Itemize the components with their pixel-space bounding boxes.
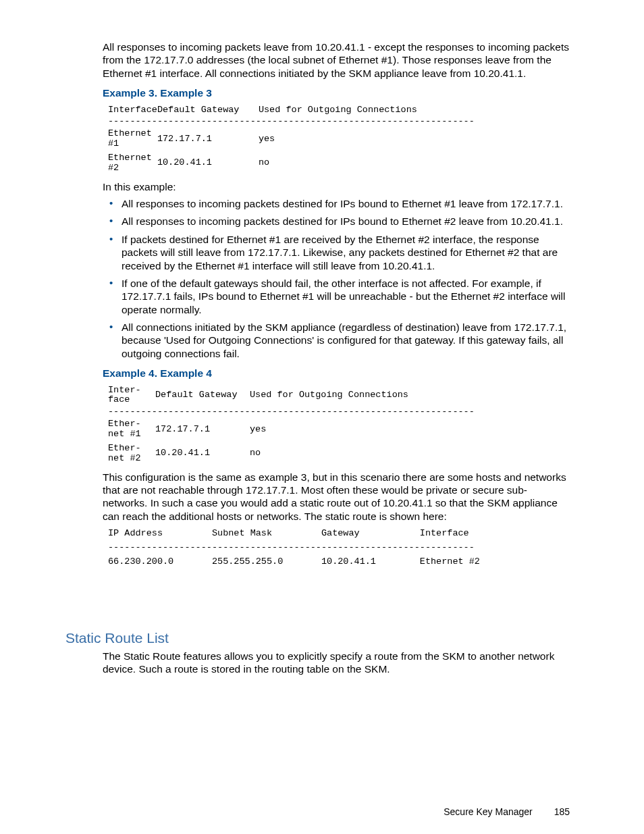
cell-gateway: 172.17.7.1 [155,419,250,440]
col-outgoing: Used for Outgoing Connections [259,105,475,115]
cell-gateway: 10.20.41.1 [155,444,250,464]
iface-line1: Ether- [108,419,141,429]
iface-line2: net #1 [108,429,141,439]
page: All responses to incoming packets leave … [0,0,644,834]
table-row: Ethernet#2 10.20.41.1 no [108,153,475,174]
list-item: All responses to incoming packets destin… [103,215,570,228]
example-4-table: Inter-face Default Gateway Used for Outg… [108,386,475,464]
table-row: Ether-net #2 10.20.41.1 no [108,444,475,464]
iface-line1: Ethernet [108,128,152,138]
cell-outgoing: no [259,153,475,174]
col-default-gateway: Default Gateway [157,105,259,115]
iface-line2: net #2 [108,453,141,463]
in-this-example-label: In this example: [103,180,570,193]
table-separator: ----------------------------------------… [108,115,475,129]
iface-line1: Ether- [108,443,141,453]
static-route-code-block: IP Address Subnet Mask Gateway Interface… [108,527,570,569]
iface-line2: #1 [108,138,119,149]
footer-title: Secure Key Manager [444,806,533,817]
table-header-row: Interface Default Gateway Used for Outgo… [108,105,475,115]
cell-outgoing: yes [250,419,475,440]
example-4-paragraph: This configuration is the same as exampl… [103,471,570,523]
cell-outgoing: no [250,444,475,464]
list-item: If one of the default gateways should fa… [103,277,570,316]
cell-gateway: 172.17.7.1 [157,129,259,149]
cell-outgoing: yes [259,129,475,149]
cell-gateway: 10.20.41.1 [157,153,259,174]
sep-line: ----------------------------------------… [108,405,475,419]
iface-line1: Inter- [108,385,141,395]
static-route-body: The Static Route features allows you to … [103,650,570,680]
body-column: All responses to incoming packets leave … [103,41,570,576]
list-item: All responses to incoming packets destin… [103,197,570,210]
list-item: If packets destined for Ethernet #1 are … [103,233,570,272]
table-separator: ----------------------------------------… [108,405,475,419]
col-interface: Interface [108,105,157,115]
table-row: Ether-net #1 172.17.7.1 yes [108,419,475,440]
example-4-heading: Example 4. Example 4 [103,367,570,380]
cell-interface: Ether-net #1 [108,419,155,440]
list-item: All connections initiated by the SKM app… [103,321,570,360]
iface-line2: #2 [108,163,119,173]
table-header-row: Inter-face Default Gateway Used for Outg… [108,386,475,406]
iface-line2: face [108,394,130,405]
cell-interface: Ether-net #2 [108,444,155,464]
intro-paragraph: All responses to incoming packets leave … [103,41,570,80]
static-route-paragraph: The Static Route features allows you to … [103,650,570,676]
col-default-gateway: Default Gateway [155,386,250,406]
cell-interface: Ethernet#2 [108,153,157,174]
page-footer: Secure Key Manager 185 [444,806,570,818]
table-row: Ethernet#1 172.17.7.1 yes [108,129,475,149]
iface-line1: Ethernet [108,153,152,163]
static-route-list-heading: Static Route List [65,629,169,647]
col-interface: Inter-face [108,386,155,406]
example-3-heading: Example 3. Example 3 [103,86,570,99]
page-number: 185 [554,806,570,818]
example-3-bullets: All responses to incoming packets destin… [103,197,570,360]
sep-line: ----------------------------------------… [108,115,475,129]
example-3-table: Interface Default Gateway Used for Outgo… [108,105,475,174]
col-outgoing: Used for Outgoing Connections [250,386,475,406]
cell-interface: Ethernet#1 [108,129,157,149]
